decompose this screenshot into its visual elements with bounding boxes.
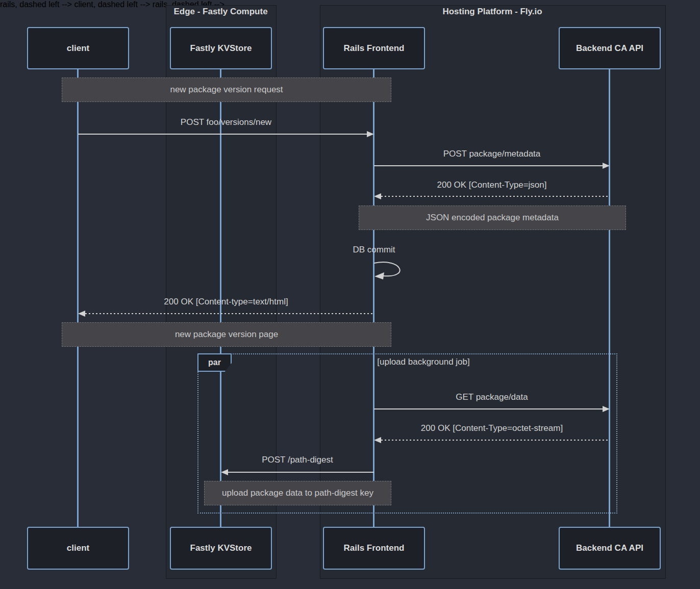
note-new-package-version-request: new package version request xyxy=(62,78,391,102)
message-line xyxy=(85,313,374,314)
arrowhead-right-icon xyxy=(603,163,610,169)
arrowhead-left-icon xyxy=(221,469,228,475)
note-json-encoded-package-metadata: JSON encoded package metadata xyxy=(359,206,626,230)
participant-fastly-kvstore-bottom: Fastly KVStore xyxy=(170,527,272,570)
participant-backend-ca-api-top: Backend CA API xyxy=(559,27,661,69)
message-label-post-package-metadata: POST package/metadata xyxy=(374,149,610,159)
message-line xyxy=(374,165,603,166)
message-line xyxy=(381,196,610,197)
note-upload-package-data: upload package data to path-digest key xyxy=(204,481,391,505)
message-label-post-foo-versions-new: POST foo/versions/new xyxy=(78,117,374,127)
group-title-hosting: Hosting Platform - Fly.io xyxy=(320,7,665,17)
participant-backend-ca-api-bottom: Backend CA API xyxy=(559,527,661,570)
arrowhead-left-icon xyxy=(374,437,381,443)
participant-fastly-kvstore-top: Fastly KVStore xyxy=(170,27,272,69)
arrowhead-left-icon xyxy=(374,193,381,199)
message-line xyxy=(78,134,367,135)
message-line xyxy=(374,408,603,409)
message-label-db-commit: DB commit xyxy=(323,245,425,255)
message-label-get-package-data: GET package/data xyxy=(374,392,610,402)
message-label-200-ok-json: 200 OK [Content-Type=json] xyxy=(374,180,610,190)
par-label: par xyxy=(197,353,232,372)
arrowhead-left-icon xyxy=(78,311,85,317)
arrowhead-right-icon xyxy=(603,406,610,412)
self-loop-arrow xyxy=(370,257,421,282)
message-line xyxy=(228,472,374,473)
message-label-post-path-digest: POST /path-digest xyxy=(221,455,374,465)
participant-rails-frontend-bottom: Rails Frontend xyxy=(323,527,425,570)
par-condition-label: [upload background job] xyxy=(321,357,526,367)
note-new-package-version-page: new package version page xyxy=(62,322,391,347)
message-label-200-ok-octet-stream: 200 OK [Content-Type=octet-stream] xyxy=(374,423,610,433)
group-title-edge: Edge - Fastly Compute xyxy=(166,7,276,17)
participant-client-bottom: client xyxy=(27,527,129,570)
participant-client-top: client xyxy=(27,27,129,69)
arrowhead-right-icon xyxy=(367,131,374,137)
message-line xyxy=(381,440,610,441)
sequence-diagram: Edge - Fastly Compute Hosting Platform -… xyxy=(0,0,700,589)
message-label-200-ok-text-html: 200 OK [Content-type=text/html] xyxy=(78,297,374,307)
participant-rails-frontend-top: Rails Frontend xyxy=(323,27,425,69)
